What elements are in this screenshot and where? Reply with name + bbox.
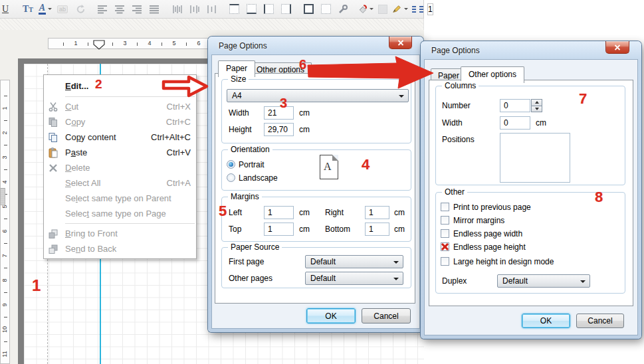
- margin-bottom-input[interactable]: [365, 223, 389, 236]
- char-shading-icon: ab: [57, 5, 68, 13]
- width-label: Width: [229, 108, 249, 118]
- height-input[interactable]: [264, 123, 294, 136]
- margin-bottom-label: Bottom: [325, 225, 350, 234]
- spacing-normal-button[interactable]: [186, 1, 202, 17]
- border-all-button[interactable]: [300, 1, 316, 17]
- chevron-down-icon: [404, 8, 408, 12]
- horizontal-ruler[interactable]: 123456: [48, 38, 215, 49]
- orientation-preview-icon: A: [320, 155, 338, 179]
- close-icon: [397, 40, 404, 46]
- context-menu: Edit... CutCtrl+X CopyCtrl+C Copy conten…: [43, 74, 197, 259]
- font-color-button[interactable]: A: [37, 1, 53, 17]
- line-width-value[interactable]: 1: [427, 3, 433, 15]
- cancel-button[interactable]: Cancel: [576, 314, 624, 328]
- border-left-button[interactable]: [261, 1, 276, 17]
- menu-item-select-same-parent[interactable]: Select same type on Parent: [44, 191, 196, 206]
- dialog-title: Page Options: [431, 46, 480, 55]
- ok-button[interactable]: OK: [306, 308, 356, 323]
- first-page-select[interactable]: Default: [305, 255, 403, 268]
- close-button[interactable]: [389, 37, 412, 49]
- margin-top-input[interactable]: [264, 223, 294, 236]
- menu-item-select-all[interactable]: Select AllCtrl+A: [44, 175, 196, 191]
- margin-unit: cm: [299, 225, 310, 234]
- portrait-radio[interactable]: [227, 160, 235, 169]
- menu-item-select-same-page[interactable]: Select same type on Page: [44, 206, 196, 221]
- border-settings-button[interactable]: [335, 1, 351, 17]
- ok-button[interactable]: OK: [522, 314, 570, 328]
- paper-size-value: A4: [232, 91, 242, 100]
- positions-listbox[interactable]: [500, 133, 570, 183]
- cancel-button[interactable]: Cancel: [362, 308, 411, 323]
- menu-item-cut[interactable]: CutCtrl+X: [44, 99, 196, 114]
- spacing-tight-icon: [172, 5, 182, 14]
- duplex-label: Duplex: [442, 276, 467, 286]
- checkbox-checked-icon: [441, 242, 449, 251]
- other-pages-value: Default: [310, 274, 336, 283]
- margin-left-label: Left: [229, 208, 242, 217]
- ruler-grip[interactable]: [0, 188, 5, 205]
- margin-unit: cm: [394, 225, 405, 234]
- width-input[interactable]: [264, 106, 294, 120]
- spinner-up-button[interactable]: [531, 99, 542, 106]
- vertical-ruler[interactable]: 1234567891011: [0, 80, 10, 364]
- checkbox-icon: [441, 216, 449, 225]
- text-style-icon: TT: [23, 4, 33, 15]
- first-page-value: Default: [310, 257, 336, 266]
- other-pages-select[interactable]: Default: [305, 272, 403, 285]
- pen-icon: [392, 4, 402, 14]
- width-unit: cm: [299, 108, 310, 118]
- menu-item-delete[interactable]: Delete: [44, 160, 196, 175]
- border-top-button[interactable]: [226, 1, 242, 17]
- redo-button[interactable]: [72, 1, 88, 17]
- menu-item-bring-to-front[interactable]: Bring to Front: [44, 226, 196, 241]
- line-color-button[interactable]: [392, 1, 408, 17]
- underline-button[interactable]: U: [0, 1, 13, 17]
- columns-legend: Columns: [442, 81, 479, 90]
- menu-separator: [65, 223, 195, 224]
- menu-item-send-to-back[interactable]: Send to Back: [44, 241, 196, 256]
- menu-item-copy-content[interactable]: Copy contentCtrl+Alt+C: [44, 130, 196, 145]
- other-pages-label: Other pages: [229, 274, 272, 283]
- char-shading-button[interactable]: ab: [54, 1, 70, 17]
- duplex-select[interactable]: Default: [497, 274, 590, 288]
- indent-marker-icon[interactable]: [92, 39, 106, 50]
- align-left-button[interactable]: [94, 1, 110, 17]
- align-right-icon: [132, 5, 142, 14]
- spacing-tight-button[interactable]: [169, 1, 185, 17]
- annotation-8: 8: [595, 190, 603, 205]
- menu-item-copy[interactable]: CopyCtrl+C: [44, 114, 196, 130]
- delete-icon: [48, 163, 65, 173]
- border-left-icon: [264, 4, 274, 14]
- margins-legend: Margins: [228, 192, 262, 201]
- fill-color-button[interactable]: [358, 1, 374, 17]
- spinner-down-button[interactable]: [531, 106, 542, 113]
- align-center-button[interactable]: [112, 1, 128, 17]
- border-right-icon: [281, 4, 291, 14]
- number-spinner: [531, 99, 542, 112]
- copy-content-icon: [48, 132, 65, 143]
- margin-left-input[interactable]: [264, 206, 294, 219]
- landscape-radio[interactable]: [227, 173, 235, 182]
- chevron-down-icon: [48, 8, 52, 12]
- columns-width-unit: cm: [536, 118, 546, 128]
- margin-right-input[interactable]: [365, 206, 389, 219]
- close-button[interactable]: [605, 41, 629, 54]
- landscape-label: Landscape: [239, 173, 278, 183]
- line-style-button[interactable]: [409, 1, 425, 17]
- paper-size-select[interactable]: A4: [227, 89, 409, 102]
- number-input[interactable]: [500, 99, 530, 112]
- text-style-button[interactable]: TT: [20, 1, 36, 17]
- border-bottom-button[interactable]: [243, 1, 259, 17]
- align-right-button[interactable]: [129, 1, 145, 17]
- spacing-wide-button[interactable]: [203, 1, 219, 17]
- menu-item-paste[interactable]: PasteCtrl+V: [44, 145, 196, 160]
- border-right-button[interactable]: [278, 1, 294, 17]
- fill-none-button[interactable]: [375, 1, 391, 17]
- copy-icon: [48, 117, 65, 128]
- border-none-button[interactable]: [318, 1, 334, 17]
- underline-icon: U: [2, 4, 9, 15]
- menu-item-edit[interactable]: Edit...: [44, 77, 196, 94]
- arrow-up-icon: [535, 99, 539, 104]
- align-justify-button[interactable]: [146, 1, 162, 17]
- columns-width-input[interactable]: [500, 116, 530, 130]
